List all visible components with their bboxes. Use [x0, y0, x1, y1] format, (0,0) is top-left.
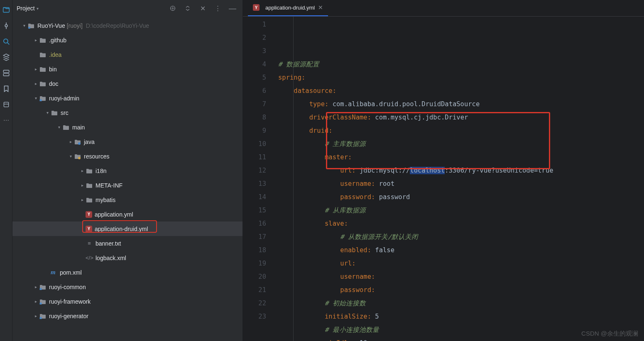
line-number: 19 [243, 257, 266, 270]
project-tree[interactable]: ▾ RuoYi-Vue [ruoyi] D:\codeRepo\RuoYi-Vu… [12, 17, 242, 341]
structure-tool-icon[interactable] [2, 54, 10, 61]
tree-bracket: [ruoyi] [67, 22, 83, 29]
code-line[interactable]: # 主库数据源 [278, 137, 644, 151]
tree-item[interactable]: ▸doc [12, 76, 242, 91]
tree-item[interactable]: ▸bin [12, 62, 242, 76]
tree-arrow[interactable]: ▸ [32, 38, 39, 42]
line-number: 2 [243, 31, 266, 44]
select-opened-icon[interactable] [167, 2, 179, 14]
tree-label: src [61, 110, 69, 116]
tree-item[interactable]: Yapplication.yml [12, 207, 242, 222]
module-icon [27, 22, 35, 29]
tree-item[interactable]: ▸ruoyi-generator [12, 309, 242, 323]
db-tool-icon[interactable] [2, 69, 10, 77]
tree-item[interactable]: ≡banner.txt [12, 236, 242, 251]
code-line[interactable]: username: root [278, 177, 644, 190]
tree-item[interactable]: ▸META-INF [12, 178, 242, 192]
tree-label: ruoyi-generator [49, 313, 88, 319]
tree-item[interactable]: ▸java [12, 134, 242, 149]
line-number: 18 [243, 244, 266, 257]
tree-arrow[interactable]: ▾ [44, 110, 51, 115]
commit-tool-icon[interactable] [2, 22, 10, 29]
tree-item[interactable]: mpom.xml [12, 265, 242, 280]
tree-root-node[interactable]: ▾ RuoYi-Vue [ruoyi] D:\codeRepo\RuoYi-Vu… [12, 18, 242, 33]
code-line[interactable]: initialSize: 5 [278, 310, 644, 323]
code-line[interactable]: datasource: [278, 84, 644, 97]
tree-item[interactable]: Yapplication-druid.yml [12, 222, 242, 236]
tree-label: java [84, 139, 95, 145]
line-number: 14 [243, 190, 266, 204]
tab-application-druid[interactable]: Y application-druid.yml ✕ [248, 0, 328, 16]
svg-point-1 [5, 24, 7, 27]
svg-rect-4 [3, 73, 9, 76]
project-tool-icon[interactable] [2, 6, 10, 14]
tree-arrow[interactable]: ▾ [56, 125, 62, 129]
code-line[interactable]: # 数据源配置 [278, 58, 644, 71]
svg-rect-5 [4, 102, 8, 107]
collapse-icon[interactable]: ✕ [197, 2, 208, 14]
code-line[interactable]: type: com.alibaba.druid.pool.DruidDataSo… [278, 97, 644, 111]
code-line[interactable]: username: [278, 270, 644, 283]
folder-icon [39, 66, 47, 73]
tree-arrow[interactable]: ▸ [32, 285, 39, 289]
tree-arrow[interactable]: ▸ [79, 168, 86, 173]
tree-arrow[interactable]: ▸ [67, 139, 74, 144]
hide-icon[interactable]: — [227, 2, 238, 14]
expand-all-icon[interactable] [182, 2, 193, 14]
tree-item[interactable]: ▸.github [12, 33, 242, 47]
tool-rail: ⋯ [0, 0, 12, 341]
tree-arrow[interactable]: ▾ [32, 96, 39, 100]
chevron-down-icon[interactable]: ▾ [21, 23, 27, 28]
line-number: 13 [243, 177, 266, 190]
code-view[interactable]: 1234567891011121314151617181920212223 # … [243, 17, 644, 341]
tree-arrow[interactable]: ▸ [32, 299, 39, 304]
svg-rect-14 [40, 317, 42, 319]
tree-item[interactable]: ▸mybatis [12, 192, 242, 207]
bookmark-tool-icon[interactable] [2, 85, 10, 93]
code-line[interactable]: # 从库数据源 [278, 204, 644, 217]
more-tool-icon[interactable]: ⋯ [2, 117, 10, 124]
code-lines[interactable]: # 数据源配置spring: datasource: type: com.ali… [274, 17, 644, 341]
svg-point-11 [78, 157, 81, 159]
options-icon[interactable]: ⋮ [212, 2, 223, 14]
tree-item[interactable]: ▾ruoyi-admin [12, 91, 242, 105]
tree-item[interactable]: ▾resources [12, 149, 242, 163]
tree-item[interactable]: .idea [12, 47, 242, 62]
tree-label: logback.xml [95, 255, 126, 261]
tree-arrow[interactable]: ▾ [67, 154, 74, 158]
line-number: 1 [243, 18, 266, 31]
code-line[interactable]: slave: [278, 217, 644, 230]
build-tool-icon[interactable] [2, 101, 10, 108]
code-line[interactable]: password: password [278, 190, 644, 204]
tree-arrow[interactable]: ▸ [79, 197, 86, 202]
tree-item[interactable]: ▸ruoyi-common [12, 280, 242, 294]
tree-arrow[interactable]: ▸ [79, 183, 86, 188]
line-number: 16 [243, 217, 266, 230]
tree-arrow[interactable]: ▸ [32, 67, 39, 71]
tree-arrow[interactable]: ▸ [32, 314, 39, 318]
line-number: 12 [243, 164, 266, 177]
code-line[interactable]: driverClassName: com.mysql.cj.jdbc.Drive… [278, 111, 644, 124]
code-line[interactable]: # 初始连接数 [278, 297, 644, 310]
tree-arrow[interactable]: ▸ [32, 81, 39, 86]
code-line[interactable]: password: [278, 283, 644, 297]
line-number: 9 [243, 124, 266, 137]
tree-item[interactable]: ▾main [12, 120, 242, 134]
code-line[interactable]: enabled: false [278, 244, 644, 257]
close-icon[interactable]: ✕ [318, 4, 323, 11]
code-line[interactable]: druid: [278, 124, 644, 137]
folder-icon [39, 37, 47, 44]
watermark: CSDN @余生的观澜 [581, 330, 638, 338]
code-line[interactable]: spring: [278, 71, 644, 84]
tree-item[interactable]: ▸ruoyi-framework [12, 294, 242, 309]
tree-item[interactable]: ▸i18n [12, 163, 242, 178]
code-line[interactable]: url: jdbc:mysql://localhost:3306/ry-vue?… [278, 164, 644, 177]
code-line[interactable]: # 从数据源开关/默认关闭 [278, 230, 644, 244]
line-number: 17 [243, 230, 266, 244]
search-tool-icon[interactable] [2, 38, 10, 45]
code-line[interactable]: master: [278, 151, 644, 164]
panel-title[interactable]: Project ▾ [17, 5, 39, 12]
code-line[interactable]: url: [278, 257, 644, 270]
tree-item[interactable]: </>logback.xml [12, 251, 242, 265]
tree-item[interactable]: ▾src [12, 105, 242, 120]
